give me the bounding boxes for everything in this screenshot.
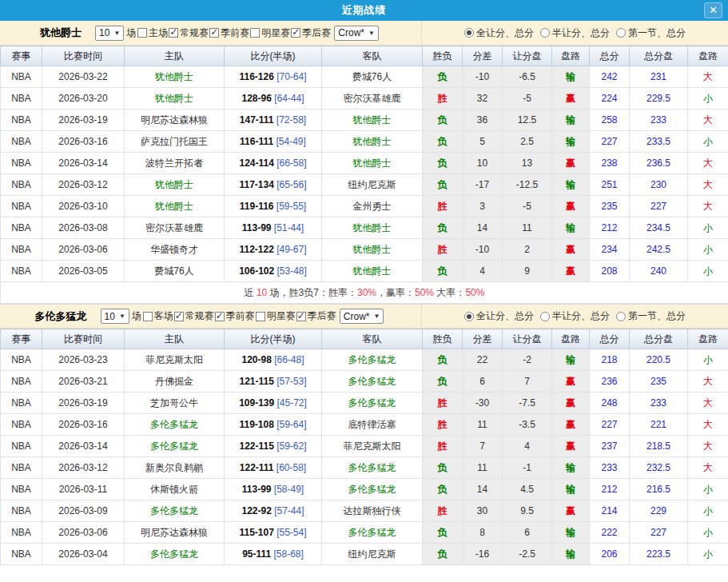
radio-selected-icon[interactable]: [464, 312, 474, 321]
radio-item: 全让分、总分: [464, 26, 534, 40]
total-line-cell: 231: [630, 66, 688, 88]
radio-unselected-icon[interactable]: [616, 312, 626, 321]
handicap-result-cell: 输: [552, 217, 590, 239]
table-header-row: 赛事 比赛时间 主队 比分(半场) 客队 胜负 分差 让分盘 盘路 总分 总分盘…: [1, 46, 728, 66]
total-points-cell: 258: [590, 110, 630, 131]
total-points-cell: 242: [590, 66, 630, 88]
handicap-result-cell: 赢: [552, 88, 590, 110]
total-points-cell: 233: [590, 457, 630, 479]
checkbox-unchecked-icon[interactable]: [137, 28, 147, 38]
total-line-cell: 220.5: [630, 349, 688, 371]
over-under-cell: 大: [688, 153, 728, 174]
checkbox-unchecked-icon[interactable]: [143, 312, 153, 321]
over-under-cell: 小: [688, 522, 728, 544]
away-team-cell: 犹他爵士: [322, 110, 423, 131]
home-team-cell: 多伦多猛龙: [125, 436, 225, 457]
final-score: 113-99: [242, 222, 272, 233]
handicap-result-cell: 赢: [552, 196, 590, 217]
close-button[interactable]: ✕: [704, 2, 722, 18]
total-line-cell: 233: [630, 110, 688, 131]
checkbox-unchecked-icon[interactable]: [256, 312, 265, 321]
games-count-value: 10: [99, 27, 109, 38]
league-cell: NBA: [1, 66, 42, 88]
chevron-down-icon: ▼: [374, 313, 380, 320]
filter-controls: 犹他爵士 10 ▼ 场 主场常规赛季前赛明星赛季后赛 Crow* ▼: [0, 21, 422, 45]
col-over-under: 盘路: [688, 329, 728, 349]
total-line-cell: 221: [630, 414, 688, 436]
radio-unselected-icon[interactable]: [540, 312, 550, 321]
handicap-result-cell: 赢: [552, 500, 590, 522]
recent-results-popup: 近期战绩 ✕ 犹他爵士 10 ▼ 场 主场常规赛季前赛明星赛季后赛 Crow* …: [0, 0, 728, 582]
final-score: 128-96: [241, 93, 271, 104]
col-home: 主队: [125, 329, 225, 349]
total-points-cell: 227: [590, 131, 630, 153]
away-team-cell: 犹他爵士: [322, 261, 423, 282]
handicap-result-cell: 赢: [552, 153, 590, 174]
total-line-cell: 218.5: [630, 436, 688, 457]
team-name: 犹他爵士: [40, 26, 82, 40]
bookmaker-select[interactable]: Crow* ▼: [334, 26, 379, 41]
checkbox-checked-icon[interactable]: [169, 28, 178, 38]
handicap-line-cell: 2.5: [503, 131, 552, 153]
point-diff-cell: 11: [463, 457, 503, 479]
handicap-line-cell: 4.5: [503, 479, 552, 500]
game-row: NBA2026-03-16萨克拉门托国王116-111 [54-49]犹他爵士负…: [1, 131, 728, 153]
game-row: NBA2026-03-22犹他爵士116-126 [70-64]费城76人负-1…: [1, 66, 728, 88]
team-name: 多伦多猛龙: [35, 309, 87, 324]
col-score: 比分(半场): [225, 46, 322, 66]
score-cell: 124-114 [66-58]: [225, 153, 322, 174]
total-line-cell: 216.5: [630, 479, 688, 500]
games-count-select[interactable]: 10 ▼: [95, 26, 124, 41]
games-count-select[interactable]: 10 ▼: [101, 309, 129, 324]
total-line-cell: 227: [630, 196, 688, 217]
games-tbody: NBA2026-03-23菲尼克斯太阳120-98 [66-48]多伦多猛龙负2…: [1, 349, 728, 565]
league-cell: NBA: [1, 239, 42, 261]
handicap-line-cell: 12.5: [503, 110, 552, 131]
over-under-cell: 大: [688, 371, 728, 393]
total-line-cell: 232.5: [630, 457, 688, 479]
total-line-cell: 229.5: [630, 88, 688, 110]
point-diff-cell: 30: [463, 500, 503, 522]
radio-unselected-icon[interactable]: [616, 28, 626, 38]
half-score: [45-72]: [277, 397, 307, 409]
point-diff-cell: 10: [463, 153, 503, 174]
checkbox-checked-icon[interactable]: [209, 28, 219, 38]
game-row: NBA2026-03-16多伦多猛龙119-108 [59-64]底特律活塞胜1…: [1, 414, 728, 436]
checkbox-checked-icon[interactable]: [296, 312, 306, 321]
checkbox-unchecked-icon[interactable]: [250, 28, 260, 38]
handicap-result-cell: 输: [552, 131, 590, 153]
game-row: NBA2026-03-08密尔沃基雄鹿113-99 [51-44]犹他爵士负14…: [1, 217, 728, 239]
final-score: 122-92: [241, 505, 271, 516]
total-points-cell: 218: [590, 349, 630, 371]
date-cell: 2026-03-06: [42, 239, 125, 261]
final-score: 115-107: [239, 527, 273, 538]
checkbox-label: 常规赛: [185, 309, 214, 323]
league-cell: NBA: [1, 479, 42, 500]
radio-selected-icon[interactable]: [464, 28, 474, 38]
bookmaker-select[interactable]: Crow* ▼: [340, 309, 384, 324]
handicap-line-cell: 7: [503, 371, 552, 393]
over-under-cell: 小: [688, 88, 728, 110]
home-team-cell: 芝加哥公牛: [125, 393, 225, 414]
odds-type-radios: 全让分、总分半让分、总分第一节、总分: [422, 305, 728, 328]
point-diff-cell: 8: [463, 522, 503, 544]
final-score: 95-111: [242, 548, 271, 560]
date-cell: 2026-03-23: [42, 349, 125, 371]
result-cell: 负: [423, 544, 463, 565]
radio-item: 第一节、总分: [616, 309, 686, 323]
checkbox-checked-icon[interactable]: [174, 312, 184, 321]
handicap-line-cell: -3.5: [503, 414, 552, 436]
total-line-cell: 242.5: [630, 239, 688, 261]
radio-unselected-icon[interactable]: [540, 28, 550, 38]
result-cell: 负: [423, 457, 463, 479]
result-cell: 胜: [423, 88, 463, 110]
checkbox-checked-icon[interactable]: [291, 28, 300, 38]
col-away: 客队: [322, 329, 423, 349]
checkbox-label: 季后赛: [308, 309, 336, 323]
half-score: [66-48]: [274, 354, 304, 365]
half-score: [64-44]: [274, 93, 304, 104]
game-row: NBA2026-03-06明尼苏达森林狼115-107 [55-54]多伦多猛龙…: [1, 522, 728, 544]
away-team-cell: 犹他爵士: [322, 131, 423, 153]
radio-item: 半让分、总分: [540, 26, 610, 40]
checkbox-checked-icon[interactable]: [215, 312, 225, 321]
